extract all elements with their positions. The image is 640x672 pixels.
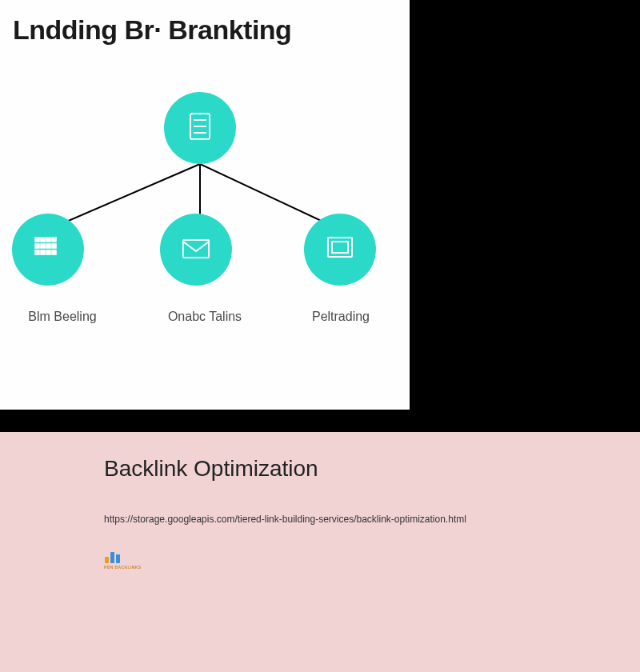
svg-rect-16 [41, 250, 45, 254]
svg-rect-15 [35, 250, 39, 254]
logo [104, 547, 536, 565]
diagram-canvas: Blm Beeling Onabc Talins Peltrading [0, 46, 410, 382]
card-url: https://storage.googleapis.com/tiered-li… [104, 514, 536, 525]
svg-rect-21 [332, 242, 348, 253]
svg-rect-19 [183, 240, 209, 258]
svg-rect-17 [46, 250, 50, 254]
svg-rect-8 [41, 238, 45, 242]
logo-text: PBN BACKLINKS [104, 565, 536, 570]
bar-chart-icon [104, 547, 122, 565]
card-title: Backlink Optimization [104, 456, 536, 482]
label-right: Peltrading [299, 310, 395, 324]
diagram-panel: Lndding Br· Brankting [0, 0, 410, 410]
label-left: Blm Beeling [14, 310, 110, 324]
node-right [304, 214, 376, 286]
diagram-title: Lndding Br· Brankting [0, 0, 410, 46]
svg-rect-12 [41, 244, 45, 248]
node-labels: Blm Beeling Onabc Talins Peltrading [0, 310, 410, 324]
monitor-icon [322, 230, 358, 269]
svg-rect-7 [35, 238, 39, 242]
grid-code-icon [30, 230, 66, 269]
svg-rect-10 [52, 238, 56, 242]
envelope-icon [178, 230, 214, 269]
node-middle [160, 214, 232, 286]
svg-rect-18 [52, 250, 56, 254]
info-card: Backlink Optimization https://storage.go… [0, 432, 640, 672]
node-left [12, 214, 84, 286]
svg-rect-11 [35, 244, 39, 248]
svg-rect-14 [52, 244, 56, 248]
node-top [164, 92, 236, 164]
label-middle: Onabc Talins [141, 310, 269, 324]
database-icon [182, 109, 218, 147]
svg-rect-13 [46, 244, 50, 248]
svg-rect-9 [46, 238, 50, 242]
